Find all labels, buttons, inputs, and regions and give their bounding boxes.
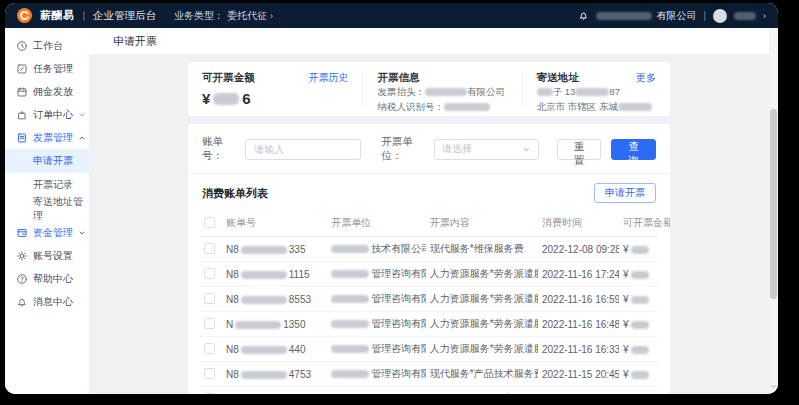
sidebar-subitem-apply-invoice[interactable]: 申请开票 xyxy=(5,149,89,173)
sidebar-item-tasks[interactable]: 任务管理 xyxy=(5,57,89,80)
sidebar-subitem-invoice-records[interactable]: 开票记录 xyxy=(5,173,89,197)
row-checkbox[interactable] xyxy=(204,293,215,304)
address-contact-line: 子 1387 xyxy=(537,85,656,100)
row-checkbox[interactable] xyxy=(204,393,215,395)
vertical-scrollbar[interactable] xyxy=(769,28,778,394)
bill-no-cell: N8335 xyxy=(222,237,327,262)
row-checkbox[interactable] xyxy=(204,368,215,379)
main-area: 申请开票 可开票金额 开票历史 ¥ xyxy=(89,28,769,394)
table-row: N8440管理咨询有限公司人力资源服务*劳务派遣服务费2022-11-16 16… xyxy=(200,337,658,362)
invoice-unit-cell: 技术有限公司 xyxy=(327,387,425,395)
consume-time-cell: 2022-11-16 17:24:05 xyxy=(538,262,619,287)
tax-id-line: 纳税人识别号： xyxy=(377,100,507,115)
bell-icon xyxy=(16,296,28,308)
row-checkbox[interactable] xyxy=(204,318,215,329)
sidebar-item-commission[interactable]: 佣金发放 xyxy=(5,80,89,103)
invoice-icon xyxy=(16,132,28,144)
invoiceable-amount-label: 可开票金额 xyxy=(202,71,255,85)
user-avatar[interactable] xyxy=(713,9,727,23)
business-type-switcher[interactable]: 业务类型： 委托代征 › xyxy=(174,9,273,23)
sidebar-subitem-mail-address[interactable]: 寄送地址管理 xyxy=(5,197,89,221)
bill-no-cell: N81115 xyxy=(222,262,327,287)
row-checkbox[interactable] xyxy=(204,268,215,279)
invoice-content-cell: 现代服务*产品技术服务费 xyxy=(426,362,538,387)
invoice-unit-label: 开票单位： xyxy=(381,135,428,163)
sidebar-item-label: 资金管理 xyxy=(33,226,73,240)
sidebar-item-label: 发票管理 xyxy=(33,131,73,145)
filter-row: 账单号： 开票单位： 请选择 重置 查询 xyxy=(200,133,658,173)
row-checkbox[interactable] xyxy=(204,343,215,354)
invoice-unit-cell: 管理咨询有限公司 xyxy=(327,262,425,287)
column-header: 可开票金额 xyxy=(619,210,658,237)
scrollbar-down-arrow-icon[interactable] xyxy=(769,383,778,390)
user-menu-chevron-icon[interactable]: › xyxy=(763,11,766,21)
invoice-unit-select[interactable]: 请选择 xyxy=(434,139,539,160)
table-row: N84753管理咨询有限公司现代服务*产品技术服务费2022-11-15 20:… xyxy=(200,362,658,387)
table-row: N1350管理咨询有限公司人力资源服务*劳务派遣服务费2022-11-16 16… xyxy=(200,312,658,337)
sidebar-subitem-label: 开票记录 xyxy=(33,178,73,192)
sidebar-item-label: 工作台 xyxy=(33,39,63,53)
page-title: 申请开票 xyxy=(113,34,157,49)
address-more-link[interactable]: 更多 xyxy=(636,71,656,85)
bill-no-input[interactable] xyxy=(245,139,361,160)
calendar-icon xyxy=(16,86,28,98)
sidebar-item-label: 账号设置 xyxy=(33,249,73,263)
mail-address-label: 寄送地址 xyxy=(537,71,579,85)
invoice-content-cell: 人力资源服务*劳务派遣服务费 xyxy=(426,287,538,312)
bill-table-body: N8335技术有限公司现代服务*维保服务费2022-12-08 09:28:05… xyxy=(200,237,658,395)
amount-cell: ¥ xyxy=(619,387,658,395)
invoice-history-link[interactable]: 开票历史 xyxy=(308,71,348,85)
invoice-content-cell: 现代服务*网络教育服务费 xyxy=(426,387,538,395)
amount-cell: ¥ xyxy=(619,237,658,262)
sidebar-item-label: 帮助中心 xyxy=(33,272,73,286)
bill-no-label: 账单号： xyxy=(202,135,239,163)
sidebar-subitem-label: 申请开票 xyxy=(33,154,73,168)
row-checkbox[interactable] xyxy=(204,243,215,254)
redacted-company-name xyxy=(596,12,652,20)
clock-icon xyxy=(16,40,28,52)
page-title-bar: 申请开票 xyxy=(89,28,769,54)
reset-button[interactable]: 重置 xyxy=(557,139,602,160)
search-button[interactable]: 查询 xyxy=(611,139,656,160)
consume-time-cell: 2022-11-16 16:48:04 xyxy=(538,312,619,337)
sidebar-item-messages[interactable]: 消息中心 xyxy=(5,290,89,313)
app-window: 薪酬易 | 企业管理后台 业务类型： 委托代征 › 有限公司 | › xyxy=(5,3,778,394)
sidebar-subitem-label: 寄送地址管理 xyxy=(33,195,89,223)
consume-time-cell: 2022-12-08 09:28:05 xyxy=(538,237,619,262)
bill-no-cell: N88553 xyxy=(222,287,327,312)
sidebar-item-label: 订单中心 xyxy=(33,108,73,122)
column-header: 开票单位 xyxy=(327,210,425,237)
column-header: 账单号 xyxy=(222,210,327,237)
chevron-down-icon xyxy=(78,229,86,237)
chevron-right-icon: › xyxy=(270,11,273,21)
address-line: 北京市 市辖区 东城 xyxy=(537,100,656,115)
table-row: N81115管理咨询有限公司人力资源服务*劳务派遣服务费2022-11-16 1… xyxy=(200,262,658,287)
brand-name: 薪酬易 xyxy=(40,8,75,23)
sidebar-item-help[interactable]: 帮助中心 xyxy=(5,267,89,290)
sidebar: 工作台任务管理佣金发放订单中心发票管理申请开票开票记录寄送地址管理资金管理账号设… xyxy=(5,28,89,394)
scrollbar-thumb[interactable] xyxy=(770,109,777,299)
help-icon xyxy=(16,273,28,285)
sidebar-item-funds[interactable]: 资金管理 xyxy=(5,221,89,244)
bill-no-cell: N84753 xyxy=(222,362,327,387)
sidebar-item-account[interactable]: 账号设置 xyxy=(5,244,89,267)
invoice-content-cell: 现代服务*维保服务费 xyxy=(426,237,538,262)
sidebar-item-workbench[interactable]: 工作台 xyxy=(5,34,89,57)
column-header: 开票内容 xyxy=(426,210,538,237)
apply-invoice-button[interactable]: 申请开票 xyxy=(594,183,656,203)
sidebar-item-orders[interactable]: 订单中心 xyxy=(5,103,89,126)
sidebar-item-invoice[interactable]: 发票管理 xyxy=(5,126,89,149)
amount-cell: ¥ xyxy=(619,287,658,312)
select-all-cell xyxy=(200,210,222,237)
bill-no-cell: N8440 xyxy=(222,337,327,362)
topbar: 薪酬易 | 企业管理后台 业务类型： 委托代征 › 有限公司 | › xyxy=(5,3,778,28)
notification-bell-icon[interactable] xyxy=(578,10,589,21)
sidebar-item-label: 任务管理 xyxy=(33,62,73,76)
brand-logo-icon xyxy=(17,8,32,23)
table-row: N8335技术有限公司现代服务*维保服务费2022-12-08 09:28:05… xyxy=(200,237,658,262)
current-company[interactable]: 有限公司 xyxy=(596,9,696,23)
amount-cell: ¥ xyxy=(619,312,658,337)
sidebar-item-label: 消息中心 xyxy=(33,295,73,309)
amount-cell: ¥ xyxy=(619,362,658,387)
select-all-checkbox[interactable] xyxy=(204,217,215,228)
